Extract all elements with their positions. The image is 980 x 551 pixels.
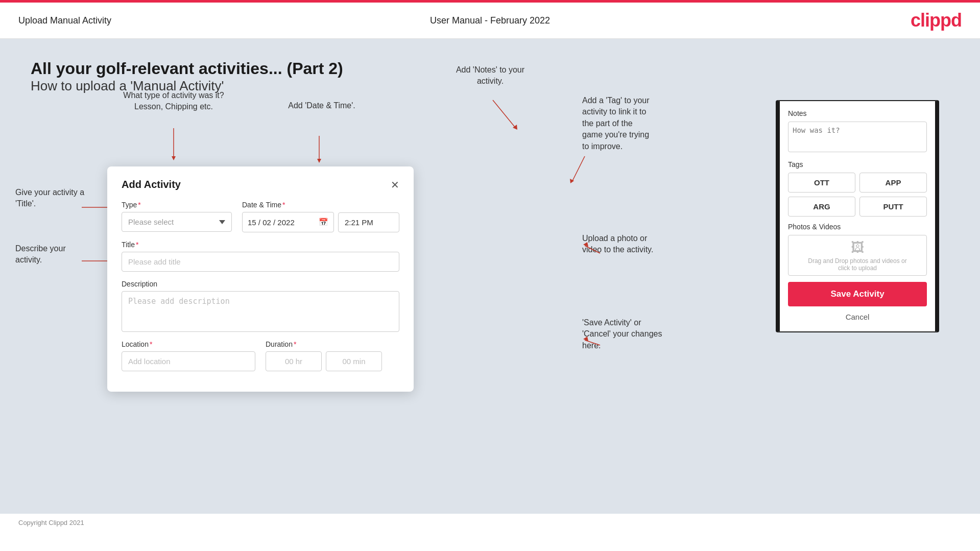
type-label: Type* [122,201,232,209]
annotation-title: Give your activity a'Title'. [15,187,102,210]
form-group-type: Type* Please select [122,201,232,232]
form-group-location: Location* [122,340,255,371]
tags-label: Tags [788,160,927,169]
cancel-link[interactable]: Cancel [788,310,927,323]
form-row-title: Title* [122,241,399,272]
form-row-description: Description [122,280,399,332]
svg-line-18 [585,340,600,345]
top-bar: Upload Manual Activity User Manual - Feb… [0,3,980,39]
notes-textarea[interactable] [788,122,927,152]
description-label: Description [122,280,399,288]
photo-icon: 🖼 [851,239,864,255]
duration-min-input[interactable] [326,351,382,371]
annotation-tag: Add a 'Tag' to youractivity to link it t… [582,95,705,152]
dialog-header: Add Activity ✕ [122,179,399,190]
page-title-sub: How to upload a 'Manual Activity' [31,78,949,94]
annotation-datetime: Add 'Date & Time'. [276,100,368,111]
dialog-close-button[interactable]: ✕ [391,180,399,190]
time-input[interactable]: 2:21 PM [338,212,399,232]
photo-drop-zone[interactable]: 🖼 Drag and Drop photos and videos orclic… [788,235,927,276]
dialog-title: Add Activity [122,179,181,190]
logo: clippd [911,10,962,31]
duration-group [266,351,399,371]
footer: Copyright Clippd 2021 [0,514,980,532]
tag-app[interactable]: APP [859,173,927,193]
calendar-icon[interactable]: 📅 [319,218,328,227]
svg-line-14 [572,156,585,182]
manual-title: User Manual - February 2022 [430,15,550,26]
date-input[interactable]: 15 / 02 / 2022 📅 [242,212,334,232]
page-title-block: All your golf-relevant activities... (Pa… [31,59,949,94]
type-select[interactable]: Please select [122,212,232,232]
location-input[interactable] [122,351,255,371]
description-textarea[interactable] [122,291,399,332]
svg-marker-3 [317,159,321,163]
tags-grid: OTTAPPARGPUTT [788,173,927,217]
annotation-save: 'Save Activity' or'Cancel' your changesh… [582,317,715,351]
copyright: Copyright Clippd 2021 [18,519,84,526]
tag-ott[interactable]: OTT [788,173,855,193]
date-time-group: 15 / 02 / 2022 📅 2:21 PM [242,212,399,232]
main-content: All your golf-relevant activities... (Pa… [0,39,980,514]
svg-marker-17 [583,242,588,247]
title-label: Title* [122,241,399,249]
svg-marker-13 [513,125,517,130]
svg-marker-19 [583,337,588,341]
form-group-title: Title* [122,241,399,272]
add-activity-dialog: Add Activity ✕ Type* Please select Date … [107,166,414,392]
photo-drop-text: Drag and Drop photos and videos orclick … [808,257,906,272]
duration-hr-input[interactable] [266,351,322,371]
form-group-datetime: Date & Time* 15 / 02 / 2022 📅 2:21 PM [242,201,399,232]
location-label: Location* [122,340,255,348]
duration-label: Duration* [266,340,399,348]
annotation-photo: Upload a photo orvideo to the activity. [582,233,705,256]
svg-marker-15 [570,179,574,183]
svg-line-16 [585,246,600,253]
page-title-main: All your golf-relevant activities... (Pa… [31,59,949,78]
annotation-description: Describe youractivity. [15,243,102,266]
tag-arg[interactable]: ARG [788,197,855,217]
datetime-label: Date & Time* [242,201,399,209]
notes-label: Notes [788,109,927,117]
phone-screen: Notes Tags OTTAPPARGPUTT Photos & Videos… [776,100,939,332]
tag-putt[interactable]: PUTT [859,197,927,217]
form-group-description: Description [122,280,399,332]
phone-inner: Notes Tags OTTAPPARGPUTT Photos & Videos… [780,101,935,331]
page-breadcrumb: Upload Manual Activity [18,15,111,26]
save-activity-button[interactable]: Save Activity [788,282,927,306]
photos-label: Photos & Videos [788,223,927,231]
phone-panel: Notes Tags OTTAPPARGPUTT Photos & Videos… [776,100,939,332]
title-input[interactable] [122,252,399,272]
svg-marker-1 [172,156,176,160]
form-group-duration: Duration* [266,340,399,371]
form-row-location-duration: Location* Duration* [122,340,399,371]
form-row-type-datetime: Type* Please select Date & Time* 15 / 02… [122,201,399,232]
svg-line-12 [493,100,516,128]
